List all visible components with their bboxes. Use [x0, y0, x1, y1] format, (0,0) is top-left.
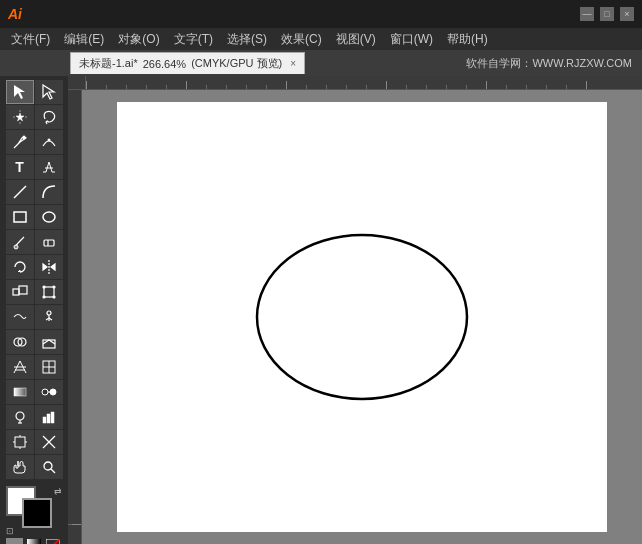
arc-tool[interactable] [35, 180, 63, 204]
color-modes [6, 538, 62, 544]
svg-point-25 [43, 296, 45, 298]
title-bar: Ai — □ × [0, 0, 642, 28]
magic-wand-tool[interactable] [6, 105, 34, 129]
svg-point-8 [47, 139, 50, 142]
svg-marker-1 [43, 85, 54, 99]
svg-point-24 [53, 296, 55, 298]
svg-marker-0 [14, 85, 25, 99]
blend-tool[interactable] [35, 380, 63, 404]
tool-row-11 [2, 330, 66, 354]
svg-point-13 [14, 245, 18, 249]
menu-help[interactable]: 帮助(H) [440, 29, 495, 50]
paintbrush-tool[interactable] [6, 230, 34, 254]
svg-rect-40 [14, 388, 26, 396]
tab-mode: (CMYK/GPU 预览) [191, 56, 282, 71]
app-logo: Ai [8, 6, 22, 22]
swap-colors-icon[interactable]: ⇄ [54, 486, 62, 496]
type-tool[interactable]: T [6, 155, 34, 179]
eraser-tool[interactable] [35, 230, 63, 254]
svg-rect-11 [14, 212, 26, 222]
artboard [117, 102, 607, 532]
active-tab[interactable]: 未标题-1.ai* 266.64% (CMYK/GPU 预览) × [70, 52, 305, 74]
direct-selection-tool[interactable] [35, 80, 63, 104]
svg-point-26 [47, 311, 51, 315]
menu-edit[interactable]: 编辑(E) [57, 29, 111, 50]
tab-bar: 未标题-1.ai* 266.64% (CMYK/GPU 预览) × 软件自学网：… [0, 50, 642, 76]
svg-rect-59 [27, 539, 41, 544]
none-mode-button[interactable] [45, 538, 62, 544]
artboard-tool[interactable] [6, 430, 34, 454]
svg-rect-48 [47, 414, 50, 423]
svg-rect-32 [43, 340, 55, 348]
menu-file[interactable]: 文件(F) [4, 29, 57, 50]
column-graph-tool[interactable] [35, 405, 63, 429]
menu-view[interactable]: 视图(V) [329, 29, 383, 50]
tool-row-1 [2, 80, 66, 104]
svg-rect-47 [43, 417, 46, 423]
ellipse-container [252, 227, 472, 407]
pen-tool[interactable] [6, 130, 34, 154]
hand-tool[interactable] [6, 455, 34, 479]
maximize-button[interactable]: □ [600, 7, 614, 21]
svg-rect-49 [51, 412, 54, 423]
color-mode-button[interactable] [6, 538, 23, 544]
svg-rect-14 [44, 240, 54, 246]
ruler-top [68, 76, 642, 90]
rectangle-tool[interactable] [6, 205, 34, 229]
svg-point-42 [50, 389, 56, 395]
slice-tool[interactable] [35, 430, 63, 454]
rotate-tool[interactable] [6, 255, 34, 279]
tool-row-13 [2, 380, 66, 404]
svg-line-58 [51, 469, 55, 473]
close-button[interactable]: × [620, 7, 634, 21]
svg-rect-50 [15, 437, 25, 447]
stroke-fill-area: ⇄ ⊡ [6, 486, 62, 536]
mesh-tool[interactable] [35, 355, 63, 379]
tool-row-16 [2, 455, 66, 479]
shape-builder-tool[interactable] [6, 330, 34, 354]
gradient-tool[interactable] [6, 380, 34, 404]
svg-marker-18 [51, 264, 55, 270]
scale-tool[interactable] [6, 280, 34, 304]
tool-row-10 [2, 305, 66, 329]
minimize-button[interactable]: — [580, 7, 594, 21]
area-type-tool[interactable] [35, 155, 63, 179]
live-paint-tool[interactable] [35, 330, 63, 354]
canvas-area [82, 90, 642, 544]
default-colors-icon[interactable]: ⊡ [6, 526, 14, 536]
color-section: ⇄ ⊡ [2, 484, 66, 544]
ellipse-tool[interactable] [35, 205, 63, 229]
warp-tool[interactable] [6, 305, 34, 329]
window-controls[interactable]: — □ × [580, 7, 634, 21]
menu-effect[interactable]: 效果(C) [274, 29, 329, 50]
lasso-tool[interactable] [35, 105, 63, 129]
tool-row-6 [2, 205, 66, 229]
menu-select[interactable]: 选择(S) [220, 29, 274, 50]
svg-marker-17 [43, 264, 47, 270]
ruler-left [68, 90, 82, 544]
canvas-inner [68, 90, 642, 544]
reflect-tool[interactable] [35, 255, 63, 279]
svg-point-22 [43, 286, 45, 288]
svg-rect-21 [44, 287, 54, 297]
ruler-vticks [68, 90, 81, 544]
ruler-ticks [86, 76, 638, 90]
perspective-grid-tool[interactable] [6, 355, 34, 379]
zoom-tool[interactable] [35, 455, 63, 479]
symbol-sprayer-tool[interactable] [6, 405, 34, 429]
puppet-warp-tool[interactable] [35, 305, 63, 329]
free-transform-tool[interactable] [35, 280, 63, 304]
svg-line-61 [46, 539, 60, 544]
curvature-tool[interactable] [35, 130, 63, 154]
stroke-swatch[interactable] [22, 498, 52, 528]
menu-type[interactable]: 文字(T) [167, 29, 220, 50]
tool-row-15 [2, 430, 66, 454]
website-label: 软件自学网：WWW.RJZXW.COM [466, 56, 632, 71]
tool-row-12 [2, 355, 66, 379]
menu-window[interactable]: 窗口(W) [383, 29, 440, 50]
selection-tool[interactable] [6, 80, 34, 104]
gradient-mode-button[interactable] [25, 538, 42, 544]
line-tool[interactable] [6, 180, 34, 204]
tab-close-button[interactable]: × [290, 58, 296, 69]
menu-object[interactable]: 对象(O) [111, 29, 166, 50]
